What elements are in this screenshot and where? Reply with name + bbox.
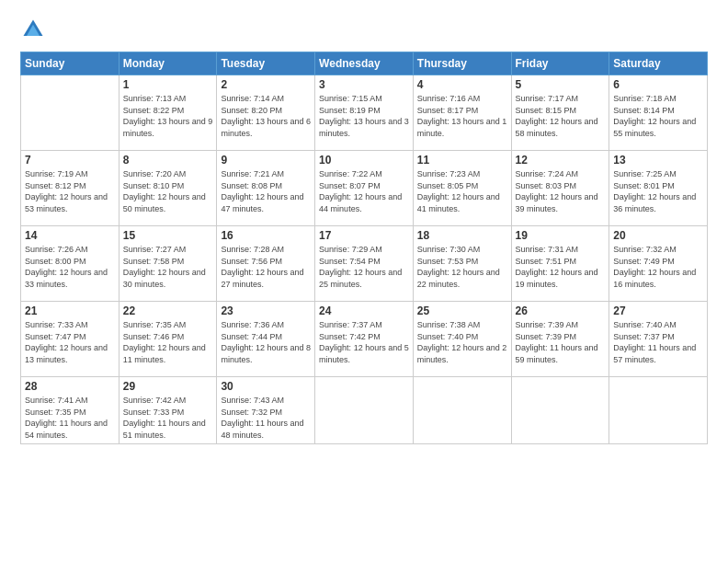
day-info: Sunrise: 7:37 AMSunset: 7:42 PMDaylight:… xyxy=(319,319,409,365)
week-row-2: 14Sunrise: 7:26 AMSunset: 8:00 PMDayligh… xyxy=(21,226,708,302)
calendar-cell: 23Sunrise: 7:36 AMSunset: 7:44 PMDayligh… xyxy=(217,302,315,377)
day-number: 16 xyxy=(221,229,311,242)
day-info: Sunrise: 7:29 AMSunset: 7:54 PMDaylight:… xyxy=(319,244,409,290)
calendar-cell: 13Sunrise: 7:25 AMSunset: 8:01 PMDayligh… xyxy=(609,151,708,226)
day-info: Sunrise: 7:21 AMSunset: 8:08 PMDaylight:… xyxy=(221,168,311,214)
calendar-cell: 24Sunrise: 7:37 AMSunset: 7:42 PMDayligh… xyxy=(315,302,414,377)
day-info: Sunrise: 7:18 AMSunset: 8:14 PMDaylight:… xyxy=(613,93,703,139)
calendar-cell: 6Sunrise: 7:18 AMSunset: 8:14 PMDaylight… xyxy=(609,75,708,151)
day-number: 10 xyxy=(319,154,409,167)
weekday-header-tuesday: Tuesday xyxy=(217,52,315,75)
calendar-cell: 15Sunrise: 7:27 AMSunset: 7:58 PMDayligh… xyxy=(119,226,217,302)
day-number: 13 xyxy=(613,154,703,167)
calendar-cell: 11Sunrise: 7:23 AMSunset: 8:05 PMDayligh… xyxy=(413,151,511,226)
week-row-3: 21Sunrise: 7:33 AMSunset: 7:47 PMDayligh… xyxy=(21,302,708,377)
day-info: Sunrise: 7:41 AMSunset: 7:35 PMDaylight:… xyxy=(25,395,115,441)
weekday-header-saturday: Saturday xyxy=(609,52,708,75)
calendar-cell: 14Sunrise: 7:26 AMSunset: 8:00 PMDayligh… xyxy=(21,226,119,302)
weekday-header-sunday: Sunday xyxy=(21,52,119,75)
calendar-cell: 30Sunrise: 7:43 AMSunset: 7:32 PMDayligh… xyxy=(217,377,315,444)
calendar-cell xyxy=(609,377,708,444)
week-row-0: 1Sunrise: 7:13 AMSunset: 8:22 PMDaylight… xyxy=(21,75,708,151)
day-info: Sunrise: 7:17 AMSunset: 8:15 PMDaylight:… xyxy=(516,93,606,139)
logo-icon xyxy=(20,17,46,42)
weekday-header-monday: Monday xyxy=(119,52,217,75)
day-number: 11 xyxy=(417,154,507,167)
day-number: 1 xyxy=(123,78,213,91)
calendar-cell: 5Sunrise: 7:17 AMSunset: 8:15 PMDaylight… xyxy=(511,75,609,151)
day-number: 22 xyxy=(123,304,213,317)
day-info: Sunrise: 7:16 AMSunset: 8:17 PMDaylight:… xyxy=(417,93,507,139)
calendar-cell xyxy=(21,75,119,151)
calendar-cell: 12Sunrise: 7:24 AMSunset: 8:03 PMDayligh… xyxy=(511,151,609,226)
day-info: Sunrise: 7:13 AMSunset: 8:22 PMDaylight:… xyxy=(123,93,213,139)
day-info: Sunrise: 7:19 AMSunset: 8:12 PMDaylight:… xyxy=(25,168,115,214)
weekday-header-friday: Friday xyxy=(511,52,609,75)
day-info: Sunrise: 7:43 AMSunset: 7:32 PMDaylight:… xyxy=(221,395,311,441)
calendar-cell: 2Sunrise: 7:14 AMSunset: 8:20 PMDaylight… xyxy=(217,75,315,151)
calendar-cell: 8Sunrise: 7:20 AMSunset: 8:10 PMDaylight… xyxy=(119,151,217,226)
week-row-1: 7Sunrise: 7:19 AMSunset: 8:12 PMDaylight… xyxy=(21,151,708,226)
calendar-cell: 27Sunrise: 7:40 AMSunset: 7:37 PMDayligh… xyxy=(609,302,708,377)
calendar-cell: 21Sunrise: 7:33 AMSunset: 7:47 PMDayligh… xyxy=(21,302,119,377)
day-number: 7 xyxy=(25,154,115,167)
day-number: 12 xyxy=(516,154,606,167)
day-number: 23 xyxy=(221,304,311,317)
day-info: Sunrise: 7:14 AMSunset: 8:20 PMDaylight:… xyxy=(221,93,311,139)
calendar-cell: 4Sunrise: 7:16 AMSunset: 8:17 PMDaylight… xyxy=(413,75,511,151)
day-info: Sunrise: 7:25 AMSunset: 8:01 PMDaylight:… xyxy=(613,168,703,214)
calendar-cell: 22Sunrise: 7:35 AMSunset: 7:46 PMDayligh… xyxy=(119,302,217,377)
calendar-cell: 26Sunrise: 7:39 AMSunset: 7:39 PMDayligh… xyxy=(511,302,609,377)
calendar-cell: 7Sunrise: 7:19 AMSunset: 8:12 PMDaylight… xyxy=(21,151,119,226)
day-number: 17 xyxy=(319,229,409,242)
day-number: 2 xyxy=(221,78,311,91)
day-number: 9 xyxy=(221,154,311,167)
day-number: 26 xyxy=(516,304,606,317)
calendar-cell: 1Sunrise: 7:13 AMSunset: 8:22 PMDaylight… xyxy=(119,75,217,151)
day-info: Sunrise: 7:32 AMSunset: 7:49 PMDaylight:… xyxy=(613,244,703,290)
day-number: 21 xyxy=(25,304,115,317)
calendar-cell: 17Sunrise: 7:29 AMSunset: 7:54 PMDayligh… xyxy=(315,226,414,302)
day-number: 30 xyxy=(221,380,311,393)
calendar-cell xyxy=(511,377,609,444)
day-info: Sunrise: 7:38 AMSunset: 7:40 PMDaylight:… xyxy=(417,319,507,365)
day-number: 27 xyxy=(613,304,703,317)
day-info: Sunrise: 7:36 AMSunset: 7:44 PMDaylight:… xyxy=(221,319,311,365)
calendar-cell: 19Sunrise: 7:31 AMSunset: 7:51 PMDayligh… xyxy=(511,226,609,302)
day-info: Sunrise: 7:40 AMSunset: 7:37 PMDaylight:… xyxy=(613,319,703,365)
calendar-cell: 16Sunrise: 7:28 AMSunset: 7:56 PMDayligh… xyxy=(217,226,315,302)
day-info: Sunrise: 7:27 AMSunset: 7:58 PMDaylight:… xyxy=(123,244,213,290)
day-info: Sunrise: 7:26 AMSunset: 8:00 PMDaylight:… xyxy=(25,244,115,290)
page: SundayMondayTuesdayWednesdayThursdayFrid… xyxy=(0,0,728,563)
day-number: 3 xyxy=(319,78,409,91)
calendar-cell xyxy=(413,377,511,444)
day-info: Sunrise: 7:30 AMSunset: 7:53 PMDaylight:… xyxy=(417,244,507,290)
calendar-cell: 28Sunrise: 7:41 AMSunset: 7:35 PMDayligh… xyxy=(21,377,119,444)
weekday-header-wednesday: Wednesday xyxy=(315,52,414,75)
logo xyxy=(20,17,50,42)
day-number: 29 xyxy=(123,380,213,393)
calendar-cell: 18Sunrise: 7:30 AMSunset: 7:53 PMDayligh… xyxy=(413,226,511,302)
day-info: Sunrise: 7:33 AMSunset: 7:47 PMDaylight:… xyxy=(25,319,115,365)
day-info: Sunrise: 7:31 AMSunset: 7:51 PMDaylight:… xyxy=(516,244,606,290)
day-info: Sunrise: 7:35 AMSunset: 7:46 PMDaylight:… xyxy=(123,319,213,365)
day-info: Sunrise: 7:28 AMSunset: 7:56 PMDaylight:… xyxy=(221,244,311,290)
day-info: Sunrise: 7:20 AMSunset: 8:10 PMDaylight:… xyxy=(123,168,213,214)
calendar-cell: 25Sunrise: 7:38 AMSunset: 7:40 PMDayligh… xyxy=(413,302,511,377)
day-number: 24 xyxy=(319,304,409,317)
day-number: 20 xyxy=(613,229,703,242)
day-number: 15 xyxy=(123,229,213,242)
day-number: 18 xyxy=(417,229,507,242)
day-number: 5 xyxy=(516,78,606,91)
day-info: Sunrise: 7:22 AMSunset: 8:07 PMDaylight:… xyxy=(319,168,409,214)
weekday-header-thursday: Thursday xyxy=(413,52,511,75)
day-number: 19 xyxy=(516,229,606,242)
day-info: Sunrise: 7:39 AMSunset: 7:39 PMDaylight:… xyxy=(516,319,606,365)
calendar-table: SundayMondayTuesdayWednesdayThursdayFrid… xyxy=(20,52,708,444)
weekday-header-row: SundayMondayTuesdayWednesdayThursdayFrid… xyxy=(21,52,708,75)
day-info: Sunrise: 7:42 AMSunset: 7:33 PMDaylight:… xyxy=(123,395,213,441)
calendar-cell: 29Sunrise: 7:42 AMSunset: 7:33 PMDayligh… xyxy=(119,377,217,444)
header xyxy=(20,17,708,42)
calendar-cell: 10Sunrise: 7:22 AMSunset: 8:07 PMDayligh… xyxy=(315,151,414,226)
day-number: 8 xyxy=(123,154,213,167)
